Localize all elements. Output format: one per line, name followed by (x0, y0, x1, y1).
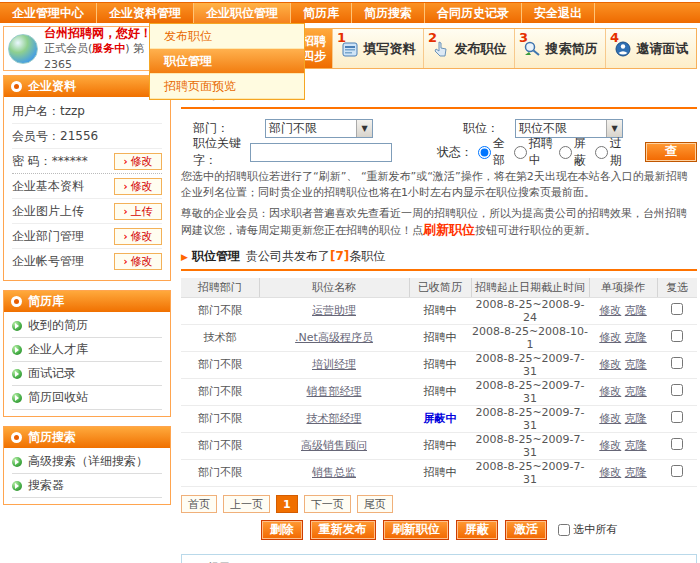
modify-department-button[interactable]: ›修改 (114, 228, 162, 245)
job-link[interactable]: 高级销售顾问 (301, 439, 367, 452)
edit-link[interactable]: 修改 (599, 331, 621, 344)
dept-label: 部门： (193, 120, 265, 137)
nav-logout[interactable]: 安全退出 (522, 3, 595, 23)
step-search-resume[interactable]: 3 搜索简历 (514, 29, 605, 68)
row-checkbox[interactable] (671, 465, 683, 477)
panel-title: 企业资料 (28, 78, 76, 95)
modify-password-button[interactable]: ›修改 (114, 153, 162, 170)
radio-recruiting[interactable]: 招聘中 (514, 135, 553, 169)
menu-job-management[interactable]: 职位管理 (150, 49, 304, 74)
upload-image-button[interactable]: ›上传 (114, 203, 162, 220)
edit-link[interactable]: 修改 (599, 358, 621, 371)
page-next[interactable]: 下一页 (304, 495, 351, 513)
job-link[interactable]: .Net高级程序员 (295, 331, 373, 344)
refresh-job-link[interactable]: 刷新职位 (423, 222, 475, 237)
step-number: 3 (519, 30, 528, 45)
edit-link[interactable]: 修改 (599, 466, 621, 479)
clone-link[interactable]: 克隆 (625, 439, 647, 452)
row-checkbox[interactable] (671, 411, 683, 423)
sidebar-item-interview-records[interactable]: 面试记录 (12, 362, 162, 386)
edit-link[interactable]: 修改 (599, 439, 621, 452)
page-prev[interactable]: 上一页 (223, 495, 270, 513)
manage-section-title: ▶ 职位管理 贵公司共发布了[7]条职位 (181, 248, 697, 265)
page-first[interactable]: 首页 (181, 495, 217, 513)
bullseye-icon (11, 296, 22, 307)
sidebar-item-talent-pool[interactable]: 企业人才库 (12, 338, 162, 362)
menu-recruit-page-preview[interactable]: 招聘页面预览 (150, 74, 304, 99)
sidebar-item-resume-recycle[interactable]: 简历回收站 (12, 386, 162, 410)
clone-link[interactable]: 克隆 (625, 412, 647, 425)
bullseye-icon (11, 81, 22, 92)
sidebar-item-advanced-search[interactable]: 高级搜索（详细搜索） (12, 450, 162, 474)
nav-resume-search[interactable]: 简历搜索 (352, 3, 425, 23)
nav-job-management[interactable]: 企业职位管理 (194, 3, 291, 23)
clone-link[interactable]: 克隆 (625, 466, 647, 479)
row-checkbox[interactable] (671, 357, 683, 369)
clone-link[interactable]: 克隆 (625, 304, 647, 317)
chevron-down-icon: ▼ (606, 120, 622, 137)
cell-dept: 部门不限 (181, 378, 259, 405)
job-link[interactable]: 销售部经理 (307, 385, 362, 398)
table-row: 部门不限 运营助理 招聘中 2008-8-25~2008-9-24 修改 克隆 (181, 297, 697, 324)
col-job-name: 职位名称 (259, 278, 409, 297)
delete-button[interactable]: 删除 (261, 520, 303, 540)
radio-expired[interactable]: 过期 (595, 135, 625, 169)
step-invite-interview[interactable]: 4 邀请面试 (605, 29, 696, 68)
sidebar-item-received-resumes[interactable]: 收到的简历 (12, 314, 162, 338)
job-link[interactable]: 技术部经理 (307, 412, 362, 425)
edit-link[interactable]: 修改 (599, 304, 621, 317)
main-content: ▶ 查询要管理的职位 部门： 部门不限 ▼ 职位： 职位不限 ▼ 职位关键字： … (181, 84, 697, 563)
step-label: 发布职位 (455, 40, 507, 58)
radio-all[interactable]: 全部 (478, 135, 508, 169)
nav-contract-history[interactable]: 合同历史记录 (425, 3, 522, 23)
job-link[interactable]: 销售总监 (312, 466, 356, 479)
edit-link[interactable]: 修改 (599, 412, 621, 425)
nav-enterprise-profile[interactable]: 企业资料管理 (97, 3, 194, 23)
page-current[interactable]: 1 (276, 495, 298, 513)
job-link[interactable]: 培训经理 (312, 358, 356, 371)
green-arrow-icon (12, 481, 22, 491)
table-row: 部门不限 技术部经理 屏蔽中 2008-8-25~2009-7-31 修改 克隆 (181, 405, 697, 432)
status-badge: 招聘中 (424, 439, 457, 452)
row-checkbox[interactable] (671, 303, 683, 315)
step-label: 填写资料 (364, 40, 416, 58)
modify-account-button[interactable]: ›修改 (114, 253, 162, 270)
step-publish-job[interactable]: 2 发布职位 (423, 29, 514, 68)
cell-dept: 技术部 (181, 324, 259, 351)
member-status: 服务中 (92, 42, 125, 55)
password-row: 密 码：****** ›修改 (12, 149, 162, 174)
row-checkbox[interactable] (671, 330, 683, 342)
row-checkbox[interactable] (671, 438, 683, 450)
panel-resume-search: 简历搜索 高级搜索（详细搜索） 搜索器 (3, 426, 171, 505)
keyword-input[interactable] (250, 143, 392, 162)
top-nav: 企业管理中心 企业资料管理 企业职位管理 简历库 简历搜索 合同历史记录 安全退… (0, 2, 700, 23)
step-fill-info[interactable]: 1 填写资料 (332, 29, 423, 68)
menu-publish-job[interactable]: 发布职位 (150, 24, 304, 49)
cell-dates: 2008-8-25~2009-7-31 (471, 459, 589, 486)
select-all-checkbox[interactable]: 选中所有 (558, 522, 618, 537)
radio-hidden[interactable]: 屏蔽 (559, 135, 589, 169)
search-button[interactable]: 查 询 (645, 142, 697, 162)
clone-link[interactable]: 克隆 (625, 358, 647, 371)
republish-button[interactable]: 重新发布 (310, 520, 376, 540)
nav-resume-library[interactable]: 简历库 (291, 3, 352, 23)
sidebar-item-search-tool[interactable]: 搜索器 (12, 474, 162, 498)
hide-button[interactable]: 屏蔽 (456, 520, 498, 540)
activate-button[interactable]: 激活 (505, 520, 547, 540)
refresh-job-button[interactable]: 刷新职位 (383, 520, 449, 540)
modify-basic-info-button[interactable]: ›修改 (114, 178, 162, 195)
job-link[interactable]: 运营助理 (312, 304, 356, 317)
panel-title: 简历库 (28, 293, 64, 310)
col-dates: 招聘起止日期截止时间 (471, 278, 589, 297)
nav-enterprise-center[interactable]: 企业管理中心 (0, 3, 97, 23)
clone-link[interactable]: 克隆 (625, 331, 647, 344)
status-badge: 招聘中 (424, 385, 457, 398)
edit-link[interactable]: 修改 (599, 385, 621, 398)
clone-link[interactable]: 克隆 (625, 385, 647, 398)
row-checkbox[interactable] (671, 384, 683, 396)
page-last[interactable]: 尾页 (357, 495, 393, 513)
panel-title: 简历搜索 (28, 429, 76, 446)
department-manage-row: 企业部门管理 ›修改 (12, 224, 162, 249)
sidebar: 企业资料 用户名：tzzp 会员号：21556 密 码：****** ›修改 企… (3, 75, 171, 514)
dept-select[interactable]: 部门不限 ▼ (265, 119, 373, 138)
